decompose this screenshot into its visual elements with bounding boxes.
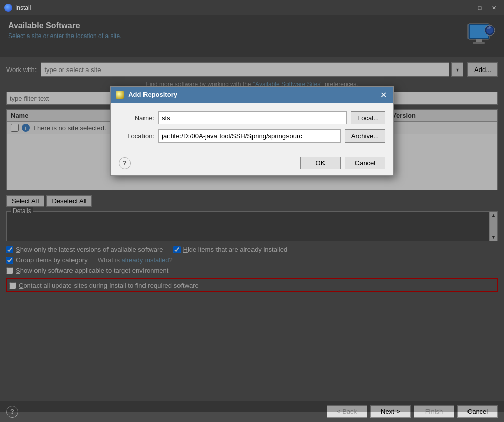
- name-input[interactable]: [158, 111, 347, 124]
- modal-title-icon: [116, 91, 124, 99]
- minimize-button[interactable]: −: [459, 3, 472, 13]
- modal-close-button[interactable]: ✕: [378, 90, 388, 100]
- modal-footer: ? OK Cancel: [111, 153, 393, 175]
- local-button[interactable]: Local...: [351, 111, 385, 124]
- modal-title-text: Add Repository: [128, 91, 177, 98]
- maximize-button[interactable]: □: [474, 3, 486, 13]
- modal-help-button[interactable]: ?: [119, 157, 131, 169]
- name-label: Name:: [119, 114, 154, 122]
- modal-title-bar: Add Repository ✕: [111, 87, 393, 103]
- window-controls: − □ ✕: [459, 3, 500, 13]
- location-label: Location:: [119, 132, 154, 140]
- ok-button[interactable]: OK: [300, 157, 341, 169]
- location-input[interactable]: [158, 129, 341, 143]
- title-text: Install: [15, 4, 459, 11]
- close-button[interactable]: ✕: [488, 3, 500, 13]
- archive-button[interactable]: Archive...: [345, 129, 385, 143]
- modal-cancel-button[interactable]: Cancel: [345, 157, 385, 169]
- app-icon: [4, 4, 12, 12]
- location-field-row: Location: Archive...: [119, 129, 385, 143]
- modal-title-group: Add Repository: [116, 91, 177, 99]
- modal-overlay: Add Repository ✕ Name: Local... Location…: [0, 15, 504, 412]
- add-repository-dialog: Add Repository ✕ Name: Local... Location…: [110, 86, 394, 176]
- title-bar: Install − □ ✕: [0, 0, 504, 15]
- modal-actions: OK Cancel: [300, 157, 385, 169]
- modal-body: Name: Local... Location: Archive...: [111, 103, 393, 153]
- name-field-row: Name: Local...: [119, 111, 385, 124]
